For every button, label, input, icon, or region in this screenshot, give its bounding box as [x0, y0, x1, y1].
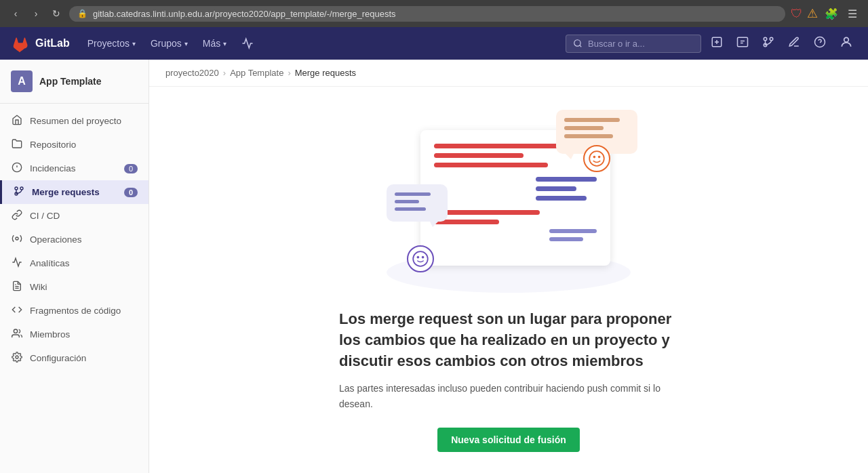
- sidebar-item-merge-requests[interactable]: Merge requests 0: [0, 180, 149, 204]
- gitlab-navbar: GitLab Proyectos ▾ Grupos ▾ Más ▾ Buscar…: [0, 27, 868, 60]
- search-bar[interactable]: Buscar o ir a...: [566, 35, 701, 53]
- main-text: Los merge request son un lugar para prop…: [339, 309, 678, 452]
- sidebar-item-miembros[interactable]: Miembros: [0, 323, 149, 346]
- warning-icon: ⚠: [807, 6, 818, 21]
- svg-point-25: [589, 151, 604, 166]
- svg-point-30: [422, 256, 425, 259]
- sidebar-item-label: Incidencias: [30, 163, 76, 173]
- url-text: gitlab.catedras.linti.unlp.edu.ar/proyec…: [93, 9, 396, 19]
- gear-icon: [11, 352, 23, 365]
- breadcrumb-proyecto[interactable]: proyecto2020: [165, 68, 219, 78]
- nav-mas[interactable]: Más ▾: [196, 34, 233, 53]
- nav-proyectos[interactable]: Proyectos ▾: [81, 34, 142, 53]
- reload-button[interactable]: ↻: [49, 6, 64, 21]
- breadcrumb: proyecto2020 › App Template › Merge requ…: [149, 60, 868, 87]
- breadcrumb-app-template[interactable]: App Template: [230, 68, 283, 78]
- browser-actions: 🛡 ⚠ 🧩 ☰: [791, 6, 860, 22]
- issue-icon: [11, 162, 23, 175]
- nav-edit-button[interactable]: [784, 33, 804, 54]
- svg-point-13: [844, 37, 849, 42]
- content-body: Los merge request son un lugar para prop…: [149, 87, 868, 473]
- svg-point-17: [15, 187, 18, 190]
- nav-user-button[interactable]: [835, 33, 857, 54]
- sidebar-item-incidencias[interactable]: Incidencias 0: [0, 157, 149, 180]
- nav-right: Buscar o ir a...: [566, 33, 857, 54]
- nav-analytics-icon[interactable]: [235, 33, 260, 54]
- sidebar-item-label: Repositorio: [30, 140, 76, 150]
- sidebar-nav: Resumen del proyecto Repositorio Inciden…: [0, 104, 149, 375]
- incidencias-badge: 0: [124, 164, 138, 173]
- svg-point-8: [764, 37, 767, 41]
- main-heading: Los merge request son un lugar para prop…: [339, 309, 678, 371]
- nav-menu-items: Proyectos ▾ Grupos ▾ Más ▾: [81, 33, 560, 54]
- sidebar-item-label: Wiki: [30, 282, 47, 292]
- svg-point-9: [770, 37, 773, 41]
- sidebar-item-configuracion[interactable]: Configuración: [0, 346, 149, 370]
- sidebar-item-resumen[interactable]: Resumen del proyecto: [0, 109, 149, 133]
- shield-icon: 🛡: [791, 7, 803, 21]
- chevron-down-icon: ▾: [184, 40, 188, 47]
- new-merge-request-button[interactable]: Nueva solicitud de fusión: [437, 428, 580, 452]
- svg-point-24: [16, 356, 18, 358]
- lock-icon: 🔒: [77, 9, 87, 18]
- sidebar-item-label: Merge requests: [32, 187, 100, 197]
- sidebar-item-ci-cd[interactable]: CI / CD: [0, 204, 149, 228]
- main-subtitle: Las partes interesadas incluso pueden co…: [339, 381, 678, 411]
- breadcrumb-sep-2: ›: [288, 68, 290, 78]
- cicd-icon: [11, 209, 23, 222]
- avatar-right: [583, 145, 610, 172]
- sidebar-item-label: Configuración: [30, 353, 86, 363]
- svg-point-18: [20, 187, 23, 190]
- address-bar[interactable]: 🔒 gitlab.catedras.linti.unlp.edu.ar/proy…: [69, 6, 785, 22]
- ops-icon: [11, 233, 23, 246]
- svg-point-23: [14, 329, 17, 333]
- nav-grupos[interactable]: Grupos ▾: [144, 34, 195, 53]
- sidebar-item-label: Resumen del proyecto: [30, 116, 121, 126]
- browser-chrome: ‹ › ↻ 🔒 gitlab.catedras.linti.unlp.edu.a…: [0, 0, 868, 27]
- sidebar-item-operaciones[interactable]: Operaciones: [0, 228, 149, 251]
- project-name: App Template: [39, 76, 102, 87]
- content-area: proyecto2020 › App Template › Merge requ…: [149, 60, 868, 473]
- extension-icon[interactable]: 🧩: [822, 6, 841, 22]
- nav-add-button[interactable]: [707, 33, 727, 54]
- back-button[interactable]: ‹: [8, 6, 23, 21]
- members-icon: [11, 328, 23, 341]
- avatar-left: [407, 245, 434, 272]
- project-avatar: A: [11, 70, 33, 92]
- merge-icon: [13, 186, 25, 199]
- gitlab-logo[interactable]: GitLab: [11, 34, 70, 53]
- sidebar-item-wiki[interactable]: Wiki: [0, 275, 149, 299]
- sidebar-item-label: Analíticas: [30, 258, 70, 268]
- sidebar-item-label: Miembros: [30, 329, 70, 340]
- sidebar-item-analiticas[interactable]: Analíticas: [0, 251, 149, 275]
- gitlab-logo-text: GitLab: [35, 37, 70, 49]
- comment-bubble-left: [387, 184, 448, 222]
- merge-requests-badge: 0: [124, 188, 138, 197]
- main-layout: A App Template Resumen del proyecto: [0, 60, 868, 473]
- sidebar: A App Template Resumen del proyecto: [0, 60, 149, 473]
- svg-point-20: [16, 237, 18, 240]
- nav-merge-button[interactable]: [758, 33, 778, 54]
- svg-point-0: [574, 40, 580, 46]
- sidebar-item-fragmentos[interactable]: Fragmentos de código: [0, 299, 149, 323]
- sidebar-item-repositorio[interactable]: Repositorio: [0, 133, 149, 157]
- snippets-icon: [11, 304, 23, 317]
- chevron-down-icon: ▾: [223, 40, 226, 47]
- svg-point-29: [417, 256, 420, 259]
- browser-menu-icon[interactable]: ☰: [845, 6, 860, 22]
- folder-icon: [11, 138, 23, 151]
- chevron-down-icon: ▾: [132, 40, 136, 47]
- sidebar-item-label: CI / CD: [30, 211, 60, 221]
- wiki-icon: [11, 281, 23, 293]
- svg-point-28: [413, 251, 428, 266]
- project-header: A App Template: [0, 60, 149, 104]
- nav-todo-button[interactable]: [732, 33, 753, 54]
- merge-request-illustration: [366, 103, 651, 293]
- nav-help-button[interactable]: [810, 33, 830, 54]
- breadcrumb-sep-1: ›: [223, 68, 226, 78]
- search-placeholder: Buscar o ir a...: [588, 39, 645, 49]
- analytics-icon: [11, 257, 23, 270]
- svg-point-26: [593, 156, 596, 159]
- sidebar-item-label: Fragmentos de código: [30, 306, 121, 316]
- forward-button[interactable]: ›: [28, 6, 43, 21]
